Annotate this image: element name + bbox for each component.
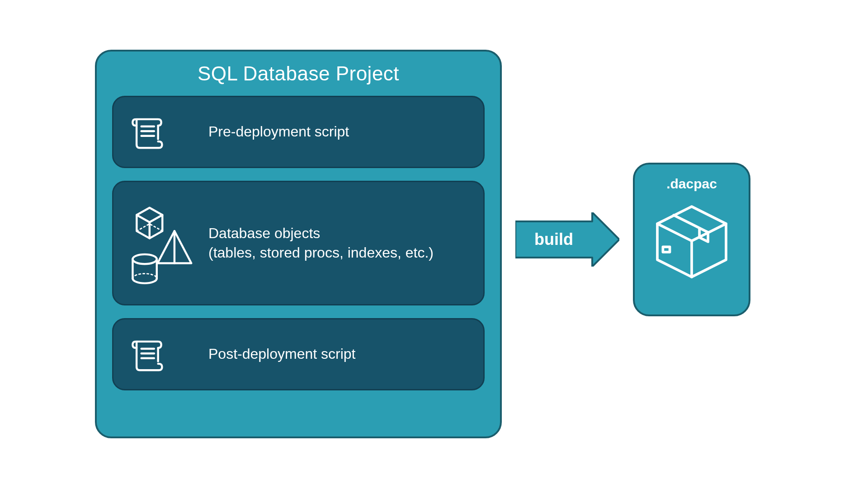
dacpac-label: .dacpac xyxy=(666,176,717,192)
post-deployment-label: Post-deployment script xyxy=(208,344,355,364)
db-objects-shapes-icon xyxy=(127,196,208,291)
database-objects-label: Database objects (tables, stored procs, … xyxy=(208,224,434,263)
dacpac-box: .dacpac xyxy=(633,163,750,316)
sql-project-container: SQL Database Project Pre-de xyxy=(95,50,502,438)
build-arrow: build xyxy=(515,212,619,267)
svg-line-4 xyxy=(137,215,149,222)
svg-line-7 xyxy=(137,224,149,231)
cards-column: Pre-deployment script xyxy=(112,96,485,421)
db-objects-line1: Database objects xyxy=(208,225,320,241)
pre-deployment-label: Pre-deployment script xyxy=(208,122,349,141)
svg-point-12 xyxy=(132,254,156,264)
post-deployment-card: Post-deployment script xyxy=(112,318,485,390)
script-scroll-icon xyxy=(127,333,208,376)
package-box-icon xyxy=(649,199,735,286)
db-objects-line2: (tables, stored procs, indexes, etc.) xyxy=(208,244,434,261)
svg-line-5 xyxy=(150,215,162,222)
svg-rect-21 xyxy=(663,247,670,252)
build-arrow-label: build xyxy=(515,212,592,267)
project-title: SQL Database Project xyxy=(112,62,485,85)
svg-line-8 xyxy=(150,224,162,231)
script-scroll-icon xyxy=(127,110,208,154)
diagram-canvas: SQL Database Project Pre-de xyxy=(95,50,773,438)
pre-deployment-card: Pre-deployment script xyxy=(112,96,485,168)
database-objects-card: Database objects (tables, stored procs, … xyxy=(112,181,485,305)
